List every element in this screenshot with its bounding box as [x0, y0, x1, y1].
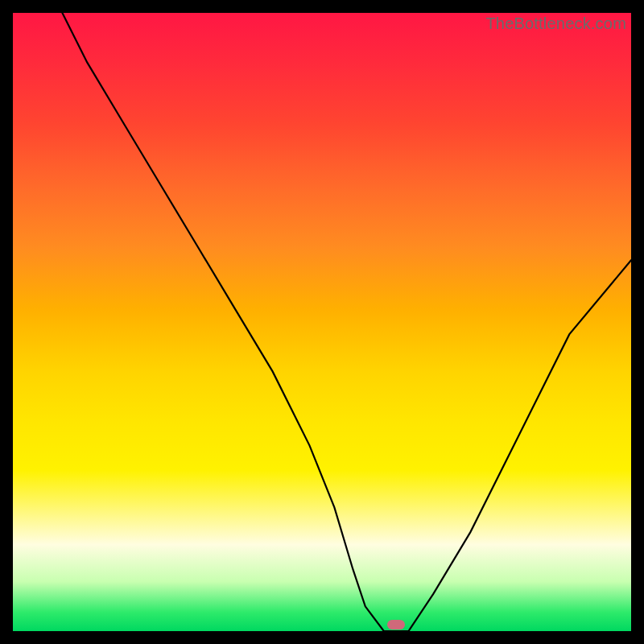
chart-frame — [0, 0, 644, 644]
